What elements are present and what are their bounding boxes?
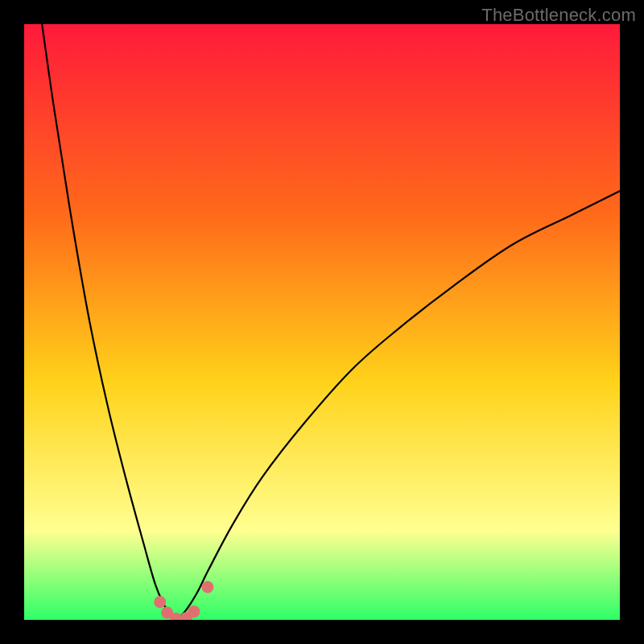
- attribution-label: TheBottleneck.com: [481, 5, 636, 26]
- bottleneck-curve-chart: [24, 24, 620, 620]
- chart-frame: TheBottleneck.com: [0, 0, 644, 644]
- curve-marker: [188, 605, 200, 617]
- curve-marker: [201, 581, 213, 593]
- curve-marker: [154, 596, 166, 608]
- plot-area: [24, 24, 620, 620]
- gradient-background: [24, 24, 620, 620]
